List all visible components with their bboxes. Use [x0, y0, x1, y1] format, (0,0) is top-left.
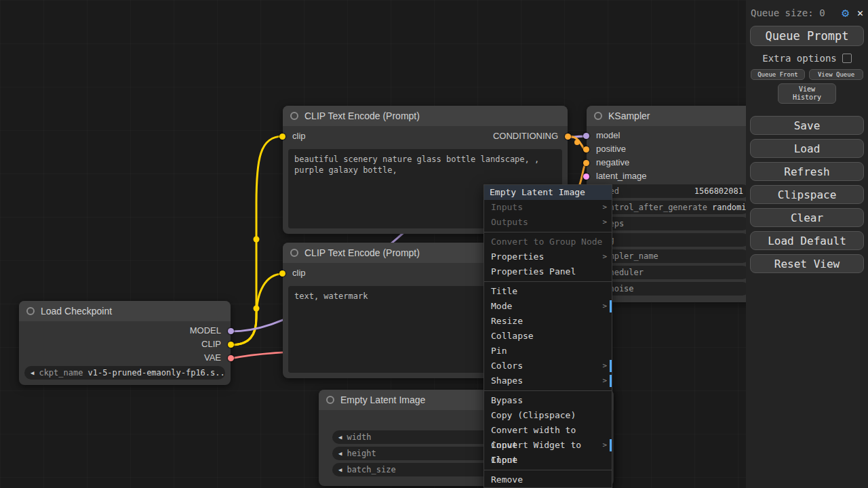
extra-options-checkbox[interactable]	[842, 54, 852, 63]
output-slot-dot-conditioning[interactable]	[565, 134, 571, 140]
menu-item-copy-clipspace[interactable]: Copy (Clipspace)	[484, 408, 612, 423]
view-queue-button[interactable]: View Queue	[809, 69, 863, 80]
submenu-arrow-icon: >	[602, 249, 607, 264]
ckpt-name-combo-widget[interactable]: ◀ ckpt_name v1-5-pruned-emaonly-fp16.s..…	[24, 366, 225, 380]
submenu-arrow-icon: >	[602, 359, 607, 373]
output-slot-dot-vae[interactable]	[228, 355, 234, 361]
menu-item-remove[interactable]: Remove	[484, 472, 612, 487]
submenu-arrow-icon: >	[602, 438, 607, 453]
node-title-bar[interactable]: CLIP Text Encode (Prompt)	[283, 106, 568, 126]
save-button[interactable]: Save	[750, 116, 864, 135]
clipspace-button[interactable]: Clipspace	[750, 185, 864, 204]
link-dot-conditioning	[574, 140, 580, 145]
menu-item-properties[interactable]: Properties>	[484, 249, 612, 264]
menu-separator	[484, 232, 612, 232]
node-title: Load Checkpoint	[41, 306, 112, 317]
history-row: View History	[749, 83, 865, 104]
refresh-button[interactable]: Refresh	[750, 162, 864, 181]
menu-separator	[484, 281, 612, 282]
reset-view-button[interactable]: Reset View	[750, 254, 864, 273]
comfyui-node-canvas[interactable]: CLIP Text Encode (Prompt) clip CONDITION…	[0, 0, 868, 488]
node-load-checkpoint[interactable]: Load Checkpoint MODEL CLIP VAE ◀ ckpt_na…	[19, 301, 231, 385]
settings-gear-icon[interactable]: ⚙	[842, 7, 849, 19]
collapse-dot-icon[interactable]	[290, 112, 298, 120]
extra-options-label: Extra options	[762, 53, 837, 64]
widget-label: width	[347, 432, 371, 442]
queue-size-label: Queue size: 0	[751, 7, 842, 18]
widget-value: 1566802081	[694, 186, 743, 196]
view-history-button[interactable]: View History	[778, 83, 836, 104]
arrow-left-icon[interactable]: ◀	[338, 450, 342, 457]
clear-button[interactable]: Clear	[750, 208, 864, 227]
input-slot-label-negative: negative	[596, 157, 629, 168]
queue-prompt-button[interactable]: Queue Prompt	[750, 26, 864, 46]
collapse-dot-icon[interactable]	[326, 396, 334, 404]
input-slot-dot-clip[interactable]	[279, 134, 285, 140]
arrow-left-icon[interactable]: ◀	[31, 369, 34, 376]
node-title-bar[interactable]: KSampler	[587, 106, 756, 126]
arrow-left-icon[interactable]: ◀	[338, 466, 342, 473]
input-slot-dot-model[interactable]	[583, 133, 589, 139]
menu-item-convert-width-to-input[interactable]: Convert width to input	[484, 423, 612, 438]
menu-item-pin[interactable]: Pin	[484, 344, 612, 359]
widget-value: v1-5-pruned-emaonly-fp16.s...	[87, 368, 225, 378]
seed-widget[interactable]: seed 1566802081	[593, 184, 749, 198]
load-button[interactable]: Load	[750, 139, 864, 158]
close-icon[interactable]: ✕	[857, 7, 863, 19]
input-slot-label-model: model	[596, 130, 620, 141]
arrow-left-icon[interactable]: ◀	[338, 434, 342, 441]
menu-item-mode[interactable]: Mode>	[484, 299, 612, 314]
input-slot-dot-positive[interactable]	[583, 146, 589, 152]
widget-value: randomize	[712, 203, 749, 212]
menu-item-shapes[interactable]: Shapes>	[484, 373, 612, 388]
control-after-generate-widget[interactable]: control_after_generate randomize	[593, 201, 749, 214]
menu-item-inputs: Inputs>	[484, 200, 612, 215]
submenu-arrow-icon: >	[602, 215, 607, 230]
menu-item-title[interactable]: Title	[484, 284, 612, 299]
menu-item-properties-panel[interactable]: Properties Panel	[484, 264, 612, 279]
submenu-arrow-icon: >	[602, 299, 607, 314]
node-title: CLIP Text Encode (Prompt)	[304, 110, 420, 121]
output-slot-label-clip: CLIP	[201, 339, 221, 350]
menu-item-colors[interactable]: Colors>	[484, 359, 612, 373]
context-menu: Empty Latent Image Inputs> Outputs> Conv…	[484, 184, 612, 488]
link-dot-clip-upper	[254, 237, 260, 243]
menu-separator	[484, 390, 612, 391]
queue-buttons-row: Queue Front View Queue	[751, 69, 863, 80]
menu-item-resize[interactable]: Resize	[484, 314, 612, 329]
menu-item-bypass[interactable]: Bypass	[484, 393, 612, 408]
output-slot-dot-model[interactable]	[228, 328, 234, 334]
input-slot-label: clip	[292, 268, 306, 279]
collapse-dot-icon[interactable]	[290, 249, 298, 257]
input-slot-label-positive: positive	[596, 144, 626, 155]
menu-separator	[484, 470, 612, 470]
cfg-widget[interactable]: cfg	[593, 233, 749, 247]
queue-front-button[interactable]: Queue Front	[751, 69, 805, 80]
collapse-dot-icon[interactable]	[26, 307, 35, 315]
menu-item-convert-to-group-node: Convert to Group Node	[484, 235, 612, 249]
output-slot-label-model: MODEL	[190, 325, 221, 336]
widget-label: ckpt_name	[39, 368, 83, 378]
menu-item-collapse[interactable]: Collapse	[484, 329, 612, 344]
input-slot-dot-clip[interactable]	[279, 270, 285, 277]
submenu-arrow-icon: >	[602, 373, 607, 388]
load-default-button[interactable]: Load Default	[750, 231, 864, 250]
scheduler-widget[interactable]: scheduler	[593, 266, 749, 279]
node-title: KSampler	[608, 110, 650, 121]
widget-label: height	[347, 449, 376, 458]
input-slot-dot-negative[interactable]	[583, 160, 589, 166]
input-slot-label: clip	[292, 131, 306, 142]
output-slot-dot-clip[interactable]	[228, 342, 234, 348]
menu-item-convert-widget-to-input[interactable]: Convert Widget to Input>	[484, 438, 612, 453]
collapse-dot-icon[interactable]	[594, 112, 602, 120]
node-title: Empty Latent Image	[340, 394, 425, 405]
input-slot-dot-latent-image[interactable]	[583, 174, 589, 180]
sampler-name-widget[interactable]: sampler_name	[593, 249, 749, 263]
menu-item-clone[interactable]: Clone	[484, 453, 612, 468]
denoise-widget[interactable]: denoise	[593, 282, 749, 296]
widget-label: control_after_generate	[599, 203, 707, 212]
node-title-bar[interactable]: Load Checkpoint	[19, 301, 231, 321]
submenu-arrow-icon: >	[602, 200, 607, 215]
steps-widget[interactable]: steps	[593, 217, 749, 230]
extra-options-row: Extra options	[749, 53, 865, 64]
